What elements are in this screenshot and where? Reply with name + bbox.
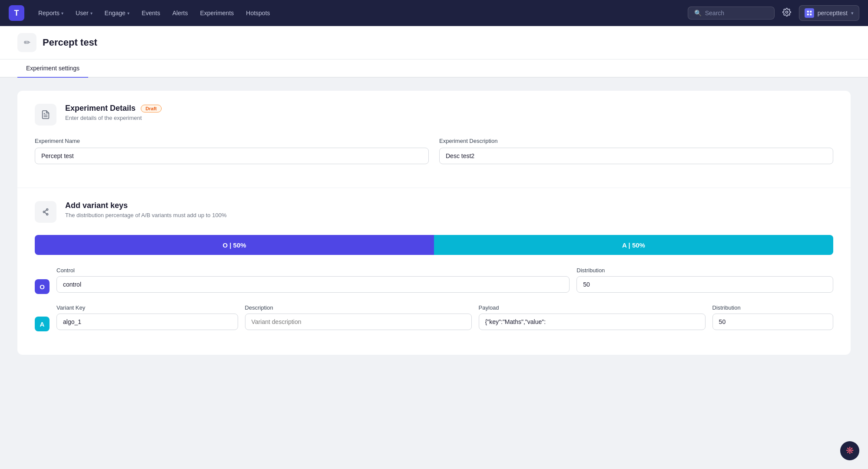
- control-badge: O: [35, 279, 50, 294]
- experiment-name-group: Experiment Name: [35, 138, 429, 164]
- variant-dist-input[interactable]: [712, 314, 833, 330]
- variant-row: A Variant Key Description Payload: [35, 304, 833, 331]
- nav-hotspots[interactable]: Hotspots: [241, 7, 275, 19]
- edit-icon[interactable]: ✏: [17, 33, 36, 52]
- svg-rect-4: [810, 13, 812, 15]
- section-subtitle: Enter details of the experiment: [65, 115, 162, 121]
- svg-line-11: [45, 212, 46, 214]
- variant-key-input[interactable]: [56, 314, 238, 330]
- nav-right: 🔍 percepttest ▾: [688, 5, 859, 21]
- variant-dist-field: Distribution: [712, 304, 833, 330]
- experiment-form-row: Experiment Name Experiment Description: [35, 138, 833, 164]
- nav-events[interactable]: Events: [136, 7, 166, 19]
- main-content: Experiment Details Draft Enter details o…: [0, 78, 868, 368]
- variant-distribution-bar: O | 50% A | 50%: [35, 235, 833, 255]
- nav-items: Reports ▾ User ▾ Engage ▾ Events Alerts …: [33, 7, 684, 19]
- control-field: Control: [56, 267, 570, 293]
- user-name: percepttest: [818, 10, 848, 17]
- variant-title-block: Add variant keys The distribution percen…: [65, 201, 226, 218]
- svg-rect-1: [807, 11, 808, 13]
- control-fields: Control Distribution: [56, 267, 833, 293]
- tab-bar: Experiment settings: [0, 59, 868, 78]
- variant-bar-o: O | 50%: [35, 235, 434, 255]
- variant-payload-label: Payload: [479, 304, 706, 311]
- search-input[interactable]: [705, 10, 757, 17]
- search-icon: 🔍: [694, 10, 702, 17]
- user-avatar: [805, 8, 814, 18]
- variant-payload-input[interactable]: [479, 314, 706, 330]
- settings-button[interactable]: [780, 5, 794, 21]
- experiment-name-label: Experiment Name: [35, 138, 429, 144]
- chevron-down-icon: ▾: [90, 11, 93, 16]
- variant-section-subtitle: The distribution percentage of A/B varia…: [65, 212, 226, 218]
- svg-point-0: [785, 11, 788, 13]
- page-header: ✏ Percept test: [0, 26, 868, 59]
- control-dist-label: Distribution: [576, 267, 833, 274]
- search-box[interactable]: 🔍: [688, 7, 775, 20]
- help-button[interactable]: ❋: [840, 441, 859, 460]
- section-title-block: Experiment Details Draft Enter details o…: [65, 104, 162, 121]
- control-dist-input[interactable]: [576, 276, 833, 293]
- control-input[interactable]: [56, 276, 570, 293]
- nav-engage[interactable]: Engage ▾: [99, 7, 135, 19]
- variant-desc-label: Description: [245, 304, 472, 311]
- chevron-down-icon: ▾: [61, 11, 63, 16]
- nav-alerts[interactable]: Alerts: [167, 7, 193, 19]
- control-dist-field: Distribution: [576, 267, 833, 293]
- variant-desc-field: Description: [245, 304, 472, 330]
- nav-reports[interactable]: Reports ▾: [33, 7, 69, 19]
- draft-badge: Draft: [141, 105, 162, 112]
- experiment-desc-label: Experiment Description: [439, 138, 833, 144]
- experiment-desc-group: Experiment Description: [439, 138, 833, 164]
- variant-key-field: Variant Key: [56, 304, 238, 330]
- variant-desc-input[interactable]: [245, 314, 472, 330]
- page-title: Percept test: [43, 37, 97, 48]
- chevron-down-icon: ▾: [851, 10, 854, 16]
- variant-dist-label: Distribution: [712, 304, 833, 311]
- control-row: O Control Distribution: [35, 267, 833, 294]
- svg-rect-3: [807, 13, 808, 15]
- user-menu[interactable]: percepttest ▾: [799, 5, 859, 21]
- chevron-down-icon: ▾: [127, 11, 129, 16]
- svg-rect-2: [810, 11, 812, 13]
- experiment-card: Experiment Details Draft Enter details o…: [17, 91, 851, 355]
- experiment-name-input[interactable]: [35, 148, 429, 164]
- tab-experiment-settings[interactable]: Experiment settings: [17, 59, 88, 78]
- variant-payload-field: Payload: [479, 304, 706, 330]
- variant-icon: [35, 201, 56, 223]
- logo[interactable]: T: [9, 5, 24, 21]
- navbar: T Reports ▾ User ▾ Engage ▾ Events Alert…: [0, 0, 868, 26]
- experiment-desc-input[interactable]: [439, 148, 833, 164]
- variant-section-title: Add variant keys: [65, 201, 226, 210]
- svg-line-10: [45, 210, 46, 211]
- variant-key-label: Variant Key: [56, 304, 238, 311]
- nav-experiments[interactable]: Experiments: [195, 7, 239, 19]
- variant-keys-section: Add variant keys The distribution percen…: [17, 188, 851, 355]
- variant-section-header: Add variant keys The distribution percen…: [35, 201, 833, 223]
- nav-user[interactable]: User ▾: [70, 7, 98, 19]
- section-title: Experiment Details: [65, 104, 136, 113]
- details-icon: [35, 104, 56, 126]
- variant-a-fields: Variant Key Description Payload Distribu…: [56, 304, 833, 330]
- variant-bar-a: A | 50%: [434, 235, 833, 255]
- control-label: Control: [56, 267, 570, 274]
- variant-a-badge: A: [35, 317, 50, 331]
- experiment-details-section: Experiment Details Draft Enter details o…: [17, 91, 851, 188]
- section-header: Experiment Details Draft Enter details o…: [35, 104, 833, 126]
